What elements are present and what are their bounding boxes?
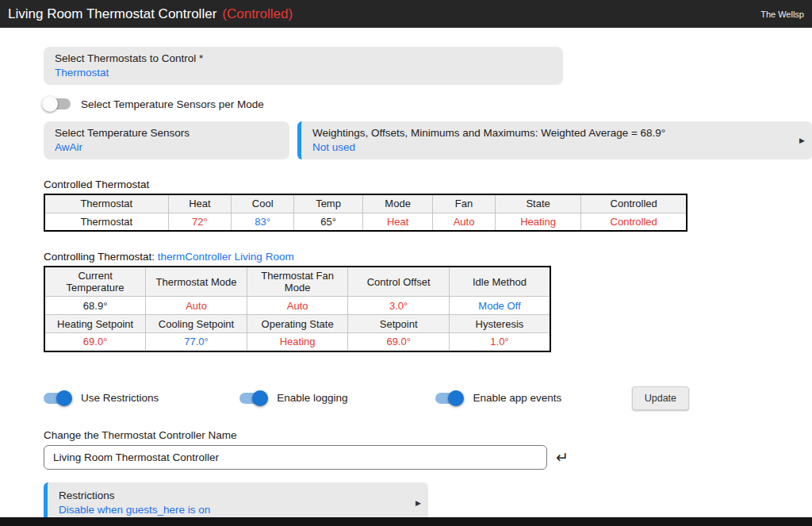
select-sensors-value[interactable]: AwAir xyxy=(55,140,278,155)
switches-row: Use Restrictions Enable logging Enable a… xyxy=(44,388,812,409)
enable-app-events-label: Enable app events xyxy=(473,392,561,404)
sensor-cards-row: Select Temperature Sensors AwAir Weighti… xyxy=(44,121,812,159)
controlled-table-title: Controlled Thermostat xyxy=(44,179,812,190)
controller-name-input[interactable] xyxy=(44,445,547,470)
cell-operating-state: Heating xyxy=(247,333,348,351)
cell-controlled: Controlled xyxy=(581,213,687,231)
weightings-value: Not used xyxy=(312,140,801,155)
name-field-row: ↵ xyxy=(44,445,812,470)
controlling-value-row-1: 68.9° Auto Auto 3.0° Mode Off xyxy=(44,297,550,315)
col-cooling-setpoint: Cooling Setpoint xyxy=(146,315,247,333)
name-field-label: Change the Thermostat Controller Name xyxy=(44,429,812,441)
restrictions-value: Disable when guests_here is on xyxy=(59,503,417,517)
footer-bar xyxy=(0,517,812,526)
col-current-temperature: Current Temperature xyxy=(44,267,146,297)
controlling-thermostat-link[interactable]: thermController Living Room xyxy=(158,251,294,263)
col-header-fan: Fan xyxy=(433,194,496,213)
enter-key-icon: ↵ xyxy=(556,448,569,466)
cell-heating-setpoint: 69.0° xyxy=(44,333,146,351)
col-setpoint: Setpoint xyxy=(348,315,449,333)
col-header-mode: Mode xyxy=(363,194,433,213)
update-button[interactable]: Update xyxy=(632,386,689,410)
col-header-controlled: Controlled xyxy=(581,194,687,213)
enable-app-events-toggle[interactable] xyxy=(435,393,462,404)
cell-setpoint: 69.0° xyxy=(348,333,449,351)
col-heating-setpoint: Heating Setpoint xyxy=(44,315,146,333)
chevron-right-icon[interactable]: ▶ xyxy=(799,133,805,148)
col-header-temp: Temp xyxy=(294,194,363,213)
controlled-header-row: Thermostat Heat Cool Temp Mode Fan State… xyxy=(44,194,687,213)
col-operating-state: Operating State xyxy=(247,315,348,333)
sensors-per-mode-label: Select Temperature Sensors per Mode xyxy=(81,98,264,110)
app-header: Living Room Thermostat Controller (Contr… xyxy=(0,0,812,28)
status-badge: (Controlled) xyxy=(222,6,293,22)
select-thermostats-value[interactable]: Thermostat xyxy=(55,66,552,80)
hub-name-label: The Wellsp xyxy=(760,10,804,19)
weightings-card[interactable]: Weightings, Offsets, Minimums and Maximu… xyxy=(297,121,812,159)
cell-idle-method: Mode Off xyxy=(449,297,550,315)
select-thermostats-card[interactable]: Select Thermostats to Control * Thermost… xyxy=(44,47,563,85)
enable-logging-toggle[interactable] xyxy=(239,393,266,404)
cell-thermostat-mode: Auto xyxy=(146,297,247,315)
col-thermostat-mode: Thermostat Mode xyxy=(146,267,247,297)
cell-thermostat-name: Thermostat xyxy=(44,213,168,231)
sensors-per-mode-row: Select Temperature Sensors per Mode xyxy=(44,96,812,112)
cell-state: Heating xyxy=(495,213,580,231)
col-control-offset: Control Offset xyxy=(348,267,449,297)
col-header-state: State xyxy=(495,194,580,213)
sensors-per-mode-toggle[interactable] xyxy=(44,98,71,109)
cell-mode: Heat xyxy=(363,213,433,231)
col-hysteresis: Hysteresis xyxy=(449,315,550,333)
col-thermostat-fan-mode: Thermostat Fan Mode xyxy=(247,267,348,297)
use-restrictions-toggle[interactable] xyxy=(44,393,71,404)
weightings-label: Weightings, Offsets, Minimums and Maximu… xyxy=(312,126,801,140)
enable-logging-label: Enable logging xyxy=(277,392,347,404)
controlling-table-title: Controlling Thermostat: thermController … xyxy=(44,251,812,263)
col-header-cool: Cool xyxy=(232,194,294,213)
controlling-value-row-2: 69.0° 77.0° Heating 69.0° 1.0° xyxy=(44,333,550,351)
use-restrictions-label: Use Restrictions xyxy=(81,392,159,404)
col-idle-method: Idle Method xyxy=(449,267,550,297)
controlling-thermostat-table: Current Temperature Thermostat Mode Ther… xyxy=(44,266,551,352)
select-sensors-label: Select Temperature Sensors xyxy=(55,126,278,140)
controlled-value-row: Thermostat 72° 83° 65° Heat Auto Heating… xyxy=(44,213,687,231)
cell-cooling-setpoint: 77.0° xyxy=(146,333,247,351)
page-title: Living Room Thermostat Controller xyxy=(8,6,216,22)
toggle-knob-icon xyxy=(448,390,464,406)
cell-temp: 65° xyxy=(294,213,363,231)
controlling-header-row-1: Current Temperature Thermostat Mode Ther… xyxy=(44,267,550,297)
use-restrictions-group: Use Restrictions xyxy=(44,392,239,404)
enable-logging-group: Enable logging xyxy=(239,392,435,404)
cell-current-temperature: 68.9° xyxy=(44,297,146,315)
toggle-knob-icon xyxy=(42,96,58,112)
cell-control-offset: 3.0° xyxy=(348,297,449,315)
controlling-title-prefix: Controlling Thermostat: xyxy=(44,251,155,263)
cell-heat-setpoint: 72° xyxy=(168,213,232,231)
cell-cool-setpoint: 83° xyxy=(232,213,294,231)
select-thermostats-label: Select Thermostats to Control * xyxy=(55,52,552,66)
select-sensors-card[interactable]: Select Temperature Sensors AwAir xyxy=(44,121,289,159)
cell-fan: Auto xyxy=(433,213,496,231)
col-header-heat: Heat xyxy=(168,194,232,213)
toggle-knob-icon xyxy=(252,390,268,406)
enable-app-events-group: Enable app events xyxy=(435,392,631,404)
cell-thermostat-fan-mode: Auto xyxy=(247,297,348,315)
chevron-right-icon[interactable]: ▶ xyxy=(416,496,421,510)
controlling-header-row-2: Heating Setpoint Cooling Setpoint Operat… xyxy=(44,315,550,333)
cell-hysteresis: 1.0° xyxy=(449,333,550,351)
controlled-thermostat-table: Thermostat Heat Cool Temp Mode Fan State… xyxy=(44,194,688,232)
restrictions-label: Restrictions xyxy=(59,489,417,503)
main-content: Select Thermostats to Control * Thermost… xyxy=(0,28,812,524)
col-header-thermostat: Thermostat xyxy=(44,194,168,213)
toggle-knob-icon xyxy=(56,390,72,406)
